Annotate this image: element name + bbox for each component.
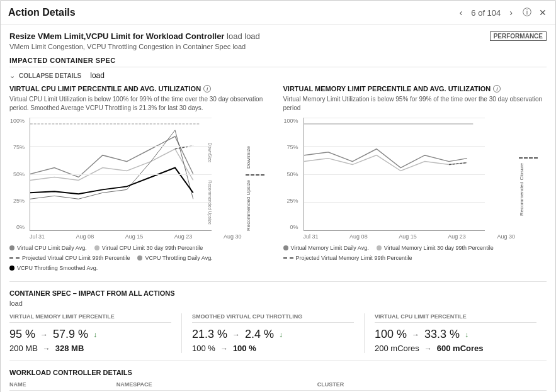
legend-cpu-daily: Virtual CPU Limit Daily Avg.: [9, 245, 87, 251]
divider-2: [9, 361, 547, 361]
memory-info-icon[interactable]: i: [493, 85, 501, 92]
metric-sub-arrow-1: →: [43, 344, 50, 353]
collapse-label: COLLAPSE DETAILS: [19, 72, 81, 79]
memory-chart-desc: Virtual Memory Limit Utilization is belo…: [283, 95, 547, 113]
legend-mem-99th: Virtual Memory Limit 30 day 99th Percent…: [377, 245, 494, 251]
prev-button[interactable]: ‹: [456, 6, 467, 19]
memory-y-labels: 100% 75% 50% 25% 0%: [284, 118, 298, 230]
memory-chart-area: 100% 75% 50% 25% 0%: [304, 118, 485, 231]
metric-sub-to-1: 328 MB: [55, 344, 84, 353]
cpu-chart-desc: Virtual CPU Limit Utilization is below 1…: [9, 95, 273, 113]
metric-down-3: ↓: [465, 330, 468, 339]
metrics-row: VIRTUAL MEMORY LIMIT PERCENTILE 95 % → 5…: [9, 313, 547, 353]
divider-1: [9, 281, 547, 282]
cpu-y-labels: 100% 75% 50% 25% 0%: [10, 118, 25, 230]
modal-title: Action Details: [8, 7, 76, 18]
metric-sub-3: 200 mCores → 600 mCores: [375, 344, 536, 353]
metric-sub-from-2: 100 %: [192, 344, 215, 353]
action-entity-label: load: [244, 31, 260, 41]
metric-down-2: ↓: [279, 330, 283, 339]
impacted-load-label: load: [90, 71, 105, 80]
metric-sub-from-3: 200 mCores: [375, 344, 419, 353]
memory-chart-legend: Virtual Memory Limit Daily Avg. Virtual …: [283, 245, 547, 261]
modal-body: Resize VMem Limit,VCPU Limit for Workloa…: [1, 25, 555, 392]
workload-table: NAME NAMESPACE CLUSTER load robotshop Ku…: [9, 379, 547, 392]
cpu-chart-area: 100% 75% 50% 25% 0% DownSize Recommended…: [30, 118, 212, 231]
workload-section: WORKLOAD CONTROLLER DETAILS NAME NAMESPA…: [9, 369, 547, 392]
metric-header-2: SMOOTHED VIRTUAL CPU THROTTLING: [192, 313, 354, 323]
cpu-chart-wrapper: 100% 75% 50% 25% 0% DownSize Recommended…: [9, 118, 273, 271]
collapse-row[interactable]: ⌄ COLLAPSE DETAILS load: [9, 71, 547, 80]
charts-row: VIRTUAL CPU LIMIT PERCENTILE AND AVG. UT…: [9, 85, 547, 271]
metric-to-2: 2.4 %: [245, 328, 274, 341]
legend-mem-daily: Virtual Memory Limit Daily Avg.: [283, 245, 369, 251]
impact-section-title: CONTAINER SPEC – IMPACT FROM ALL ACTIONS: [9, 289, 547, 297]
cpu-chart-legend: Virtual CPU Limit Daily Avg. Virtual CPU…: [9, 245, 273, 271]
metric-values-3: 100 % → 33.3 % ↓: [375, 328, 536, 341]
legend-mem-projected: Projected Virtual Memory Limit 99th Perc…: [283, 255, 412, 261]
performance-badge: PERFORMANCE: [490, 31, 547, 41]
cpu-info-icon[interactable]: i: [203, 85, 211, 92]
metric-sub-to-3: 600 mCores: [437, 344, 484, 353]
memory-chart-title: VIRTUAL MEMORY LIMIT PERCENTILE AND AVG.…: [283, 85, 547, 92]
metric-from-2: 21.3 %: [192, 328, 227, 341]
metric-sub-from-1: 200 MB: [9, 344, 38, 353]
header-nav: ‹ 6 of 104 › ⓘ ✕: [456, 6, 548, 20]
impacted-section-header: IMPACTED CONTAINER SPEC: [9, 57, 547, 67]
chevron-down-icon: ⌄: [9, 72, 15, 80]
col-header-name: NAME: [9, 379, 116, 391]
action-details-modal: Action Details ‹ 6 of 104 › ⓘ ✕ Resize V…: [0, 0, 556, 392]
metric-arrow-2: →: [232, 330, 240, 339]
metric-header-1: VIRTUAL MEMORY LIMIT PERCENTILE: [9, 313, 171, 323]
metric-col-cpu-throttling: SMOOTHED VIRTUAL CPU THROTTLING 21.3 % →…: [181, 313, 364, 353]
col-header-cluster: CLUSTER: [317, 379, 547, 391]
metric-sub-arrow-2: →: [220, 344, 228, 353]
memory-chart-panel: VIRTUAL MEMORY LIMIT PERCENTILE AND AVG.…: [283, 85, 547, 271]
nav-counter: 6 of 104: [471, 8, 501, 18]
memory-chart-wrapper: 100% 75% 50% 25% 0%: [283, 118, 547, 261]
metric-sub-to-2: 100 %: [233, 344, 256, 353]
legend-vcpu-throttle: VCPU Throttling Daily Avg.: [137, 255, 212, 261]
help-button[interactable]: ⓘ: [521, 6, 533, 20]
workload-table-header-row: NAME NAMESPACE CLUSTER: [9, 379, 547, 391]
action-title-row: Resize VMem Limit,VCPU Limit for Workloa…: [9, 31, 547, 41]
metric-values-2: 21.3 % → 2.4 % ↓: [192, 328, 354, 341]
metric-sub-1: 200 MB → 328 MB: [9, 344, 171, 353]
action-subtitle: VMem Limit Congestion, VCPU Throttling C…: [9, 43, 547, 50]
metric-to-3: 33.3 %: [424, 328, 460, 341]
metric-arrow-3: →: [412, 330, 419, 339]
cpu-x-labels: Jul 31 Aug 08 Aug 15 Aug 23 Aug 30: [30, 233, 273, 240]
metric-header-3: VIRTUAL CPU LIMIT PERCENTILE: [375, 313, 536, 323]
metric-to-1: 57.9 %: [53, 328, 88, 341]
container-impact-section: CONTAINER SPEC – IMPACT FROM ALL ACTIONS…: [9, 289, 547, 353]
col-header-namespace: NAMESPACE: [116, 379, 317, 391]
modal-header: Action Details ‹ 6 of 104 › ⓘ ✕: [1, 1, 555, 25]
cpu-chart-panel: VIRTUAL CPU LIMIT PERCENTILE AND AVG. UT…: [9, 85, 273, 271]
impact-load-label: load: [9, 300, 547, 307]
action-entity: load: [227, 31, 242, 41]
memory-x-labels: Jul 31 Aug 08 Aug 15 Aug 23 Aug 30: [304, 233, 547, 240]
next-button[interactable]: ›: [506, 6, 516, 19]
legend-cpu-projected: Projected Virtual CPU Limit 99th Percent…: [9, 255, 130, 261]
action-title-text: Resize VMem Limit,VCPU Limit for Workloa…: [9, 31, 224, 41]
metric-from-1: 95 %: [9, 328, 35, 341]
close-button[interactable]: ✕: [538, 6, 548, 19]
metric-down-1: ↓: [93, 330, 97, 339]
metric-sub-2: 100 % → 100 %: [192, 344, 354, 353]
metric-arrow-1: →: [40, 330, 48, 339]
metric-col-memory-percentile: VIRTUAL MEMORY LIMIT PERCENTILE 95 % → 5…: [9, 313, 181, 353]
metric-sub-arrow-3: →: [424, 344, 432, 353]
metric-from-3: 100 %: [375, 328, 407, 341]
metric-values-1: 95 % → 57.9 % ↓: [9, 328, 171, 341]
legend-cpu-99th: Virtual CPU Limit 30 day 99th Percentile: [94, 245, 203, 251]
cpu-chart-title: VIRTUAL CPU LIMIT PERCENTILE AND AVG. UT…: [9, 85, 273, 92]
metric-col-cpu-percentile: VIRTUAL CPU LIMIT PERCENTILE 100 % → 33.…: [364, 313, 547, 353]
legend-vcpu-smoothed: VCPU Throttling Smoothed Avg.: [9, 265, 98, 271]
workload-section-title: WORKLOAD CONTROLLER DETAILS: [9, 369, 547, 376]
